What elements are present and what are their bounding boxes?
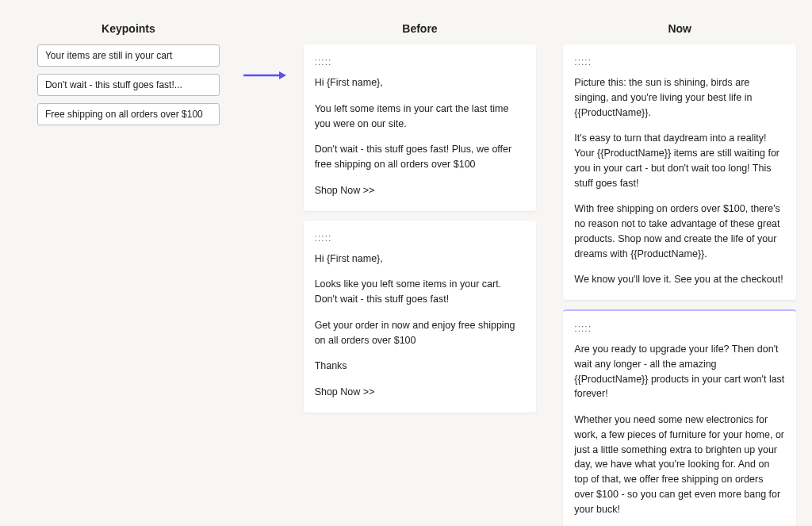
card-paragraph: We know you'll love it. See you at the c… <box>574 272 785 287</box>
card-paragraph: It's easy to turn that daydream into a r… <box>574 131 785 190</box>
before-cards: ::::: Hi {First name}, You left some ite… <box>304 44 537 413</box>
drag-handle-icon[interactable]: ::::: <box>574 323 592 334</box>
keypoint-item[interactable]: Your items are still in your cart <box>37 44 220 67</box>
card-paragraph: Whether you need some new electronics fo… <box>574 413 785 516</box>
card-paragraph: Don't wait - this stuff goes fast! Plus,… <box>315 142 526 172</box>
drag-handle-icon[interactable]: ::::: <box>315 56 332 67</box>
card-paragraph: Hi {First name}, <box>315 75 526 90</box>
keypoints-column: Keypoints Your items are still in your c… <box>16 0 241 526</box>
card-paragraph: Shop Now >> <box>315 385 526 400</box>
now-heading: Now <box>668 0 691 44</box>
keypoint-item[interactable]: Free shipping on all orders over $100 <box>37 103 220 125</box>
card-paragraph: With free shipping on orders over $100, … <box>574 202 785 261</box>
keypoints-heading: Keypoints <box>102 0 155 44</box>
before-card[interactable]: ::::: Hi {First name}, You left some ite… <box>304 44 537 211</box>
card-paragraph: Looks like you left some items in your c… <box>315 277 526 307</box>
card-paragraph: Thanks <box>315 359 526 374</box>
drag-handle-icon[interactable]: ::::: <box>315 232 332 244</box>
now-card[interactable]: ::::: Are you ready to upgrade your life… <box>563 309 796 526</box>
before-heading: Before <box>402 0 437 44</box>
now-column: Now ::::: Picture this: the sun is shini… <box>563 0 796 526</box>
card-paragraph: You left some items in your cart the las… <box>315 102 526 132</box>
before-column: Before ::::: Hi {First name}, You left s… <box>304 0 537 526</box>
before-card[interactable]: ::::: Hi {First name}, Looks like you le… <box>304 221 537 413</box>
keypoints-list: Your items are still in your cart Don't … <box>37 44 220 125</box>
svg-marker-1 <box>279 71 286 79</box>
card-paragraph: Picture this: the sun is shining, birds … <box>574 75 785 120</box>
arrow-column <box>241 0 288 526</box>
card-paragraph: Are you ready to upgrade your life? Then… <box>574 342 785 401</box>
now-card[interactable]: ::::: Picture this: the sun is shining, … <box>563 44 796 300</box>
card-paragraph: Hi {First name}, <box>315 251 526 267</box>
now-cards: ::::: Picture this: the sun is shining, … <box>563 44 796 526</box>
arrow-right-icon <box>243 67 286 83</box>
card-paragraph: Get your order in now and enjoy free shi… <box>315 318 526 348</box>
keypoint-item[interactable]: Don't wait - this stuff goes fast!... <box>37 74 220 96</box>
drag-handle-icon[interactable]: ::::: <box>574 56 592 67</box>
card-paragraph: Shop Now >> <box>315 183 526 198</box>
